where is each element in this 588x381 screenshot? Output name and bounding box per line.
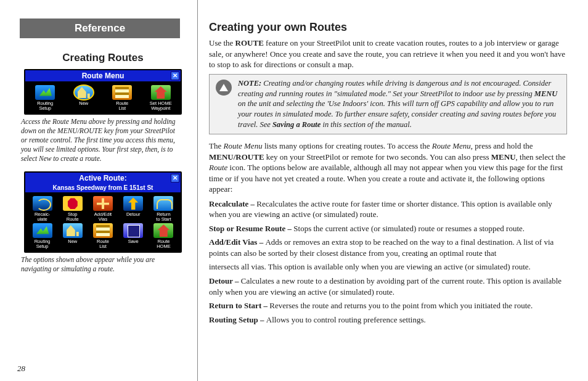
device-menu-label: Route List [105, 101, 140, 111]
option-recalculate: Recalculate – Recalculates the active ro… [209, 199, 567, 220]
option-stop-resume: Stop or Resume Route – Stops the current… [209, 223, 567, 234]
route-menu-paragraph: The Route Menu lists many options for cr… [209, 141, 567, 195]
intro-paragraph: Use the ROUTE feature on your StreetPilo… [209, 38, 567, 70]
new-icon [74, 85, 94, 100]
device-title: Active Route: [79, 174, 126, 182]
recalc-icon [33, 196, 52, 211]
manual-page: Reference Creating Routes Route Menu ✕ R… [0, 0, 588, 381]
device-menu-label: New [58, 239, 87, 244]
setup-icon [35, 85, 55, 100]
note-text: NOTE: Creating and/or changing routes wh… [238, 78, 560, 130]
device-menu-item[interactable]: Recalc- ulate [28, 196, 57, 222]
device-icon-grid: Recalc- ulateStop RouteAdd/Edit ViasDeto… [25, 192, 181, 252]
device-subtitle: Kansas Speedway from E 151st St [25, 184, 181, 192]
right-column: Creating your own Routes Use the ROUTE f… [197, 0, 588, 381]
device-menu-label: Detour [119, 212, 148, 217]
stop-icon [63, 196, 83, 211]
vias-icon [93, 196, 113, 211]
device-menu-item[interactable]: Save [119, 223, 148, 249]
device-titlebar: Route Menu ✕ [25, 70, 181, 81]
device-menu-item[interactable]: Route List [88, 223, 117, 249]
detour-icon [123, 196, 143, 211]
page-number: 28 [17, 364, 25, 374]
device-icon-grid: Routing SetupNewRoute ListSet HOME Waypo… [25, 81, 181, 113]
option-routing-setup: Routing Setup – Allows you to control ro… [209, 314, 567, 326]
option-add-edit-vias: Add/Edit Vias – Adds or removes an extra… [209, 237, 567, 258]
left-heading: Creating Routes [20, 52, 186, 64]
device-menu-label: Route HOME [149, 239, 178, 249]
device-menu-label: Routing Setup [28, 101, 63, 111]
new-icon [63, 223, 83, 238]
device-title: Route Menu [82, 72, 125, 80]
device-menu-item[interactable]: Return to Start [149, 196, 178, 222]
device-menu-label: Route List [88, 239, 117, 249]
device-menu-item[interactable]: Route HOME [149, 223, 178, 249]
list-icon [112, 85, 132, 100]
home-icon [151, 85, 171, 100]
screenshot2-caption: The options shown above appear while you… [21, 255, 176, 274]
device-menu-item[interactable]: Stop Route [58, 196, 87, 222]
device-screenshot-route-menu: Route Menu ✕ Routing SetupNewRoute ListS… [24, 69, 182, 115]
device-menu-label: Set HOME Waypoint [144, 101, 179, 111]
device-menu-label: Routing Setup [28, 239, 57, 249]
option-return-to-start: Return to Start – Reverses the route and… [209, 300, 567, 311]
section-banner: Reference [20, 18, 180, 38]
home-icon [153, 223, 173, 238]
device-titlebar: Active Route: ✕ [25, 173, 181, 184]
device-menu-label: Stop Route [58, 212, 87, 222]
device-menu-label: Save [119, 239, 148, 244]
left-column: Reference Creating Routes Route Menu ✕ R… [0, 0, 197, 381]
device-menu-label: Add/Edit Vias [88, 212, 117, 222]
device-menu-item[interactable]: Routing Setup [28, 223, 57, 249]
setup-icon [33, 223, 52, 238]
list-icon [93, 223, 113, 238]
device-menu-label: Return to Start [149, 212, 178, 222]
warning-icon [216, 80, 232, 96]
close-icon[interactable]: ✕ [171, 72, 179, 80]
device-menu-item[interactable]: Routing Setup [28, 85, 63, 111]
device-menu-label: New [67, 101, 102, 106]
device-menu-item[interactable]: Set HOME Waypoint [144, 85, 179, 111]
device-menu-item[interactable]: New [58, 223, 87, 249]
device-menu-item[interactable]: Detour [119, 196, 148, 222]
main-heading: Creating your own Routes [209, 21, 567, 34]
device-screenshot-active-route: Active Route: ✕ Kansas Speedway from E 1… [24, 171, 182, 253]
option-detour: Detour – Calculates a new route to a des… [209, 276, 567, 297]
device-menu-label: Recalc- ulate [28, 212, 57, 222]
screenshot1-caption: Access the Route Menu above by pressing … [21, 117, 176, 163]
device-menu-item[interactable]: Route List [105, 85, 140, 111]
option-add-edit-vias-cont: intersects all vias. This option is avai… [209, 261, 567, 272]
close-icon[interactable]: ✕ [171, 174, 179, 182]
device-menu-item[interactable]: New [67, 85, 102, 111]
device-menu-item[interactable]: Add/Edit Vias [88, 196, 117, 222]
return-icon [153, 196, 173, 211]
save-icon [123, 223, 143, 238]
note-box: NOTE: Creating and/or changing routes wh… [209, 74, 567, 134]
